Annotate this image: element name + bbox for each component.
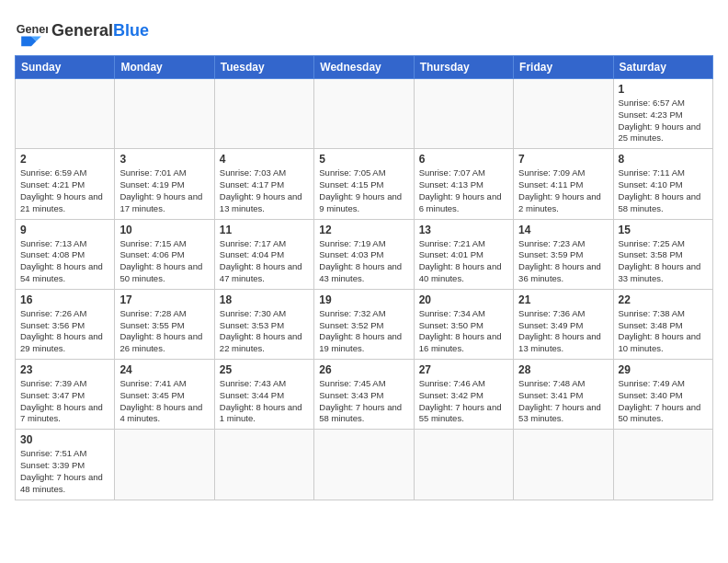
weekday-header-sunday: Sunday — [16, 56, 115, 79]
day-cell: 10Sunrise: 7:15 AM Sunset: 4:06 PM Dayli… — [115, 219, 214, 289]
day-cell: 7Sunrise: 7:09 AM Sunset: 4:11 PM Daylig… — [514, 149, 613, 219]
day-cell: 12Sunrise: 7:19 AM Sunset: 4:03 PM Dayli… — [314, 219, 414, 289]
day-info: Sunrise: 7:23 AM Sunset: 3:59 PM Dayligh… — [518, 238, 608, 285]
day-cell: 25Sunrise: 7:43 AM Sunset: 3:44 PM Dayli… — [214, 360, 313, 430]
day-cell — [214, 79, 313, 149]
day-info: Sunrise: 7:03 AM Sunset: 4:17 PM Dayligh… — [220, 167, 309, 214]
day-info: Sunrise: 6:57 AM Sunset: 4:23 PM Dayligh… — [619, 98, 708, 144]
day-number: 15 — [619, 224, 708, 236]
day-number: 4 — [220, 153, 309, 166]
day-info: Sunrise: 7:30 AM Sunset: 3:53 PM Dayligh… — [220, 308, 309, 355]
day-info: Sunrise: 7:49 AM Sunset: 3:40 PM Dayligh… — [619, 378, 708, 425]
weekday-header-row: SundayMondayTuesdayWednesdayThursdayFrid… — [16, 56, 713, 79]
calendar: SundayMondayTuesdayWednesdayThursdayFrid… — [15, 55, 713, 500]
day-cell — [414, 430, 513, 500]
weekday-header-friday: Friday — [514, 56, 613, 79]
day-cell: 26Sunrise: 7:45 AM Sunset: 3:43 PM Dayli… — [314, 360, 414, 430]
week-row-1: 2Sunrise: 6:59 AM Sunset: 4:21 PM Daylig… — [16, 149, 713, 219]
day-info: Sunrise: 7:19 AM Sunset: 4:03 PM Dayligh… — [319, 238, 408, 285]
day-number: 11 — [220, 224, 309, 236]
day-cell: 15Sunrise: 7:25 AM Sunset: 3:58 PM Dayli… — [613, 219, 712, 289]
day-info: Sunrise: 7:26 AM Sunset: 3:56 PM Dayligh… — [20, 308, 109, 355]
day-cell: 24Sunrise: 7:41 AM Sunset: 3:45 PM Dayli… — [115, 360, 214, 430]
week-row-2: 9Sunrise: 7:13 AM Sunset: 4:08 PM Daylig… — [16, 219, 713, 289]
day-cell — [16, 79, 115, 149]
day-number: 14 — [518, 224, 608, 236]
day-info: Sunrise: 7:41 AM Sunset: 3:45 PM Dayligh… — [119, 378, 209, 425]
day-cell — [613, 430, 712, 500]
logo: General GeneralBlue — [15, 15, 149, 48]
day-cell: 4Sunrise: 7:03 AM Sunset: 4:17 PM Daylig… — [214, 149, 313, 219]
day-number: 9 — [20, 224, 109, 236]
day-cell: 29Sunrise: 7:49 AM Sunset: 3:40 PM Dayli… — [613, 360, 712, 430]
day-number: 24 — [119, 363, 209, 376]
day-cell: 22Sunrise: 7:38 AM Sunset: 3:48 PM Dayli… — [613, 289, 712, 359]
day-cell: 27Sunrise: 7:46 AM Sunset: 3:42 PM Dayli… — [414, 360, 513, 430]
day-info: Sunrise: 7:01 AM Sunset: 4:19 PM Dayligh… — [119, 167, 209, 214]
day-cell: 17Sunrise: 7:28 AM Sunset: 3:55 PM Dayli… — [115, 289, 214, 359]
day-number: 13 — [419, 224, 508, 236]
logo-icon: General — [15, 15, 48, 48]
day-info: Sunrise: 7:45 AM Sunset: 3:43 PM Dayligh… — [319, 378, 408, 425]
day-cell: 8Sunrise: 7:11 AM Sunset: 4:10 PM Daylig… — [613, 149, 712, 219]
day-cell: 9Sunrise: 7:13 AM Sunset: 4:08 PM Daylig… — [16, 219, 115, 289]
day-number: 10 — [119, 224, 209, 236]
weekday-header-thursday: Thursday — [414, 56, 513, 79]
day-number: 21 — [518, 293, 608, 306]
day-number: 30 — [20, 433, 109, 446]
day-cell — [514, 79, 613, 149]
day-info: Sunrise: 7:17 AM Sunset: 4:04 PM Dayligh… — [220, 238, 309, 285]
day-info: Sunrise: 7:09 AM Sunset: 4:11 PM Dayligh… — [518, 167, 608, 214]
day-info: Sunrise: 7:25 AM Sunset: 3:58 PM Dayligh… — [619, 238, 708, 285]
day-number: 26 — [319, 363, 408, 376]
day-number: 28 — [518, 363, 608, 376]
day-cell — [414, 79, 513, 149]
day-cell — [214, 430, 313, 500]
day-number: 25 — [220, 363, 309, 376]
day-info: Sunrise: 7:43 AM Sunset: 3:44 PM Dayligh… — [220, 378, 309, 425]
day-number: 6 — [419, 153, 508, 166]
weekday-header-monday: Monday — [115, 56, 214, 79]
day-number: 2 — [20, 153, 109, 166]
week-row-4: 23Sunrise: 7:39 AM Sunset: 3:47 PM Dayli… — [16, 360, 713, 430]
day-cell: 28Sunrise: 7:48 AM Sunset: 3:41 PM Dayli… — [514, 360, 613, 430]
day-number: 1 — [619, 83, 708, 96]
day-info: Sunrise: 7:48 AM Sunset: 3:41 PM Dayligh… — [518, 378, 608, 425]
week-row-3: 16Sunrise: 7:26 AM Sunset: 3:56 PM Dayli… — [16, 289, 713, 359]
day-info: Sunrise: 7:07 AM Sunset: 4:13 PM Dayligh… — [419, 167, 508, 214]
day-number: 12 — [319, 224, 408, 236]
day-cell: 5Sunrise: 7:05 AM Sunset: 4:15 PM Daylig… — [314, 149, 414, 219]
day-info: Sunrise: 7:39 AM Sunset: 3:47 PM Dayligh… — [20, 378, 109, 425]
day-info: Sunrise: 7:21 AM Sunset: 4:01 PM Dayligh… — [419, 238, 508, 285]
day-number: 5 — [319, 153, 408, 166]
day-info: Sunrise: 7:05 AM Sunset: 4:15 PM Dayligh… — [319, 167, 408, 214]
day-number: 16 — [20, 293, 109, 306]
day-number: 17 — [119, 293, 209, 306]
day-cell: 21Sunrise: 7:36 AM Sunset: 3:49 PM Dayli… — [514, 289, 613, 359]
day-cell: 11Sunrise: 7:17 AM Sunset: 4:04 PM Dayli… — [214, 219, 313, 289]
day-cell: 6Sunrise: 7:07 AM Sunset: 4:13 PM Daylig… — [414, 149, 513, 219]
day-number: 20 — [419, 293, 508, 306]
day-cell — [115, 79, 214, 149]
day-cell: 16Sunrise: 7:26 AM Sunset: 3:56 PM Dayli… — [16, 289, 115, 359]
day-number: 19 — [319, 293, 408, 306]
day-cell: 2Sunrise: 6:59 AM Sunset: 4:21 PM Daylig… — [16, 149, 115, 219]
weekday-header-saturday: Saturday — [613, 56, 712, 79]
week-row-0: 1Sunrise: 6:57 AM Sunset: 4:23 PM Daylig… — [16, 79, 713, 149]
day-cell — [514, 430, 613, 500]
day-number: 23 — [20, 363, 109, 376]
logo-text: GeneralBlue — [51, 22, 149, 40]
day-info: Sunrise: 7:11 AM Sunset: 4:10 PM Dayligh… — [619, 167, 708, 214]
day-cell: 18Sunrise: 7:30 AM Sunset: 3:53 PM Dayli… — [214, 289, 313, 359]
day-info: Sunrise: 7:36 AM Sunset: 3:49 PM Dayligh… — [518, 308, 608, 355]
weekday-header-wednesday: Wednesday — [314, 56, 414, 79]
day-cell: 1Sunrise: 6:57 AM Sunset: 4:23 PM Daylig… — [613, 79, 712, 149]
day-info: Sunrise: 7:51 AM Sunset: 3:39 PM Dayligh… — [20, 448, 109, 495]
day-cell: 3Sunrise: 7:01 AM Sunset: 4:19 PM Daylig… — [115, 149, 214, 219]
day-number: 27 — [419, 363, 508, 376]
day-info: Sunrise: 6:59 AM Sunset: 4:21 PM Dayligh… — [20, 167, 109, 214]
day-number: 22 — [619, 293, 708, 306]
day-number: 7 — [518, 153, 608, 166]
day-number: 29 — [619, 363, 708, 376]
day-cell: 20Sunrise: 7:34 AM Sunset: 3:50 PM Dayli… — [414, 289, 513, 359]
